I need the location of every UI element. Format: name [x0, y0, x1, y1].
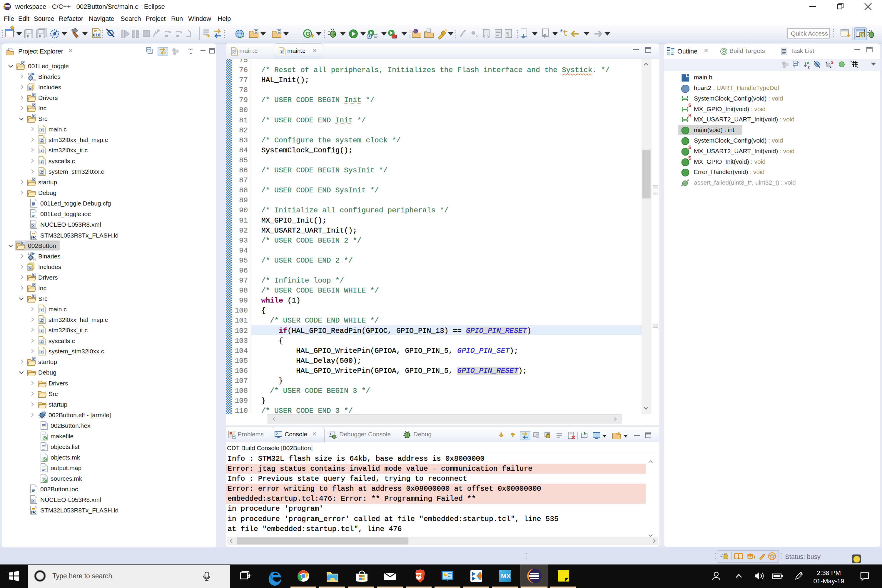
- svg-text:01-May-19: 01-May-19: [813, 578, 844, 585]
- svg-text:010: 010: [93, 32, 100, 38]
- svg-text:Quick Access: Quick Access: [791, 30, 828, 37]
- svg-text:S: S: [831, 60, 834, 64]
- svg-text:C: C: [861, 33, 864, 38]
- svg-text:z: z: [808, 64, 810, 69]
- svg-text:.C: .C: [232, 51, 236, 54]
- svg-text:¶: ¶: [506, 31, 509, 37]
- svg-text:MX: MX: [501, 572, 511, 580]
- svg-text:G: G: [306, 31, 310, 37]
- svg-text:2:38 PM: 2:38 PM: [817, 569, 841, 576]
- svg-text:.C: .C: [280, 50, 284, 54]
- svg-text:Type here to search: Type here to search: [52, 572, 112, 580]
